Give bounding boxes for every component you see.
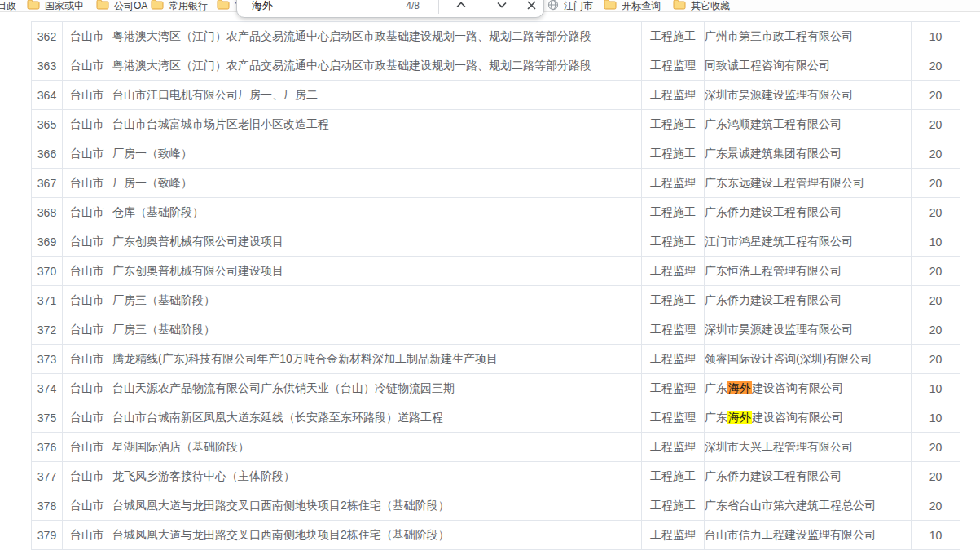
cell-project-name: 台山市台城南新区凤凰大道东延线（长安路至东环路段）道路工程 [112, 403, 642, 433]
bookmark-folder-guojia[interactable]: 国家或中 [27, 0, 84, 12]
table-row: 377 台山市 龙飞凤乡游客接待中心（主体阶段） 工程施工 广东侨力建设工程有限… [32, 462, 960, 491]
cell-company-name: 广东海外建设咨询有限公司 [705, 374, 912, 403]
find-match-counter: 4/8 [406, 0, 420, 11]
cell-score: 20 [912, 462, 960, 491]
bookmark-label: 开标查询 [622, 0, 661, 12]
cell-city: 台山市 [63, 403, 112, 433]
folder-icon [673, 0, 686, 12]
table-row: 370 台山市 广东创奥普机械有限公司建设项目 工程监理 广东恒浩工程管理有限公… [32, 257, 960, 286]
cell-score: 10 [912, 403, 960, 433]
cell-city: 台山市 [63, 462, 112, 491]
cell-project-type: 工程监理 [642, 81, 705, 110]
cell-city: 台山市 [63, 139, 112, 169]
bookmark-label: 江门市_ [564, 0, 599, 12]
table-row: 362 台山市 粤港澳大湾区（江门）农产品交易流通中心启动区市政基础建设规划一路… [32, 22, 960, 51]
cell-row-number: 368 [32, 198, 63, 227]
cell-project-name: 台城凤凰大道与龙田路交叉口西南侧地块项目2栋住宅（基础阶段） [112, 491, 642, 521]
cell-company-name: 领睿国际设计咨询(深圳)有限公司 [705, 345, 912, 374]
find-highlight: 海外 [727, 411, 752, 424]
cell-row-number: 375 [32, 403, 63, 433]
find-highlight: 海外 [727, 381, 752, 394]
cell-row-number: 377 [32, 462, 63, 491]
cell-score: 10 [912, 227, 960, 257]
cell-project-type: 工程施工 [642, 110, 705, 139]
bookmark-folder-other[interactable]: 其它收藏 [673, 0, 730, 12]
cell-project-name: 粤港澳大湾区（江门）农产品交易流通中心启动区市政基础建设规划一路、规划二路等部分… [112, 22, 642, 51]
cell-city: 台山市 [63, 169, 112, 198]
bookmark-folder-kaibiao[interactable]: 开标查询 [604, 0, 661, 12]
cell-score: 20 [912, 139, 960, 169]
cell-row-number: 370 [32, 257, 63, 286]
find-next-button[interactable] [491, 0, 512, 15]
table-row: 378 台山市 台城凤凰大道与龙田路交叉口西南侧地块项目2栋住宅（基础阶段） 工… [32, 491, 960, 521]
cell-city: 台山市 [63, 286, 112, 315]
cell-project-name: 台山市台城富城市场片区老旧小区改造工程 [112, 110, 642, 139]
cell-company-name: 广东侨力建设工程有限公司 [705, 198, 912, 227]
cell-score: 20 [912, 81, 960, 110]
find-previous-button[interactable] [450, 0, 472, 15]
bookmark-folder-oa[interactable]: 公司OA [96, 0, 147, 12]
cell-score: 20 [912, 110, 960, 139]
cell-project-name: 仓库（基础阶段） [112, 198, 642, 227]
table-row: 365 台山市 台山市台城富城市场片区老旧小区改造工程 工程施工 广东鸿顺建筑工… [32, 110, 960, 139]
cell-company-name: 深圳市昊源建设监理有限公司 [705, 81, 912, 110]
table-body: 362 台山市 粤港澳大湾区（江门）农产品交易流通中心启动区市政基础建设规划一路… [32, 22, 960, 550]
bookmark-item-jiangmen[interactable]: 江门市_ [547, 0, 599, 12]
table-row: 367 台山市 厂房一（致峰） 工程监理 广东东远建设工程管理有限公司 20 [32, 169, 960, 198]
find-close-button[interactable] [521, 0, 542, 15]
bookmark-label: 目政 [0, 0, 16, 12]
cell-project-type: 工程监理 [642, 521, 705, 550]
cell-project-name: 星湖国际酒店（基础阶段） [112, 433, 642, 462]
cell-row-number: 378 [32, 491, 63, 521]
bookmark-folder-banks[interactable]: 常用银行 [151, 0, 208, 12]
cell-row-number: 371 [32, 286, 63, 315]
cell-project-name: 腾龙精线(广东)科技有限公司年产10万吨合金新材料深加工制品新建生产项目 [112, 345, 642, 374]
cell-project-type: 工程监理 [642, 169, 705, 198]
bookmark-label: 国家或中 [45, 0, 84, 12]
cell-project-type: 工程施工 [642, 462, 705, 491]
cell-project-type: 工程监理 [642, 51, 705, 81]
cell-row-number: 376 [32, 433, 63, 462]
cell-company-name: 广东恒浩工程管理有限公司 [705, 257, 912, 286]
close-icon [527, 1, 536, 10]
bookmark-item-partial[interactable]: 目政 [0, 0, 16, 12]
cell-row-number: 367 [32, 169, 63, 198]
folder-icon [604, 0, 617, 12]
cell-score: 20 [912, 286, 960, 315]
cell-company-name: 广东鸿顺建筑工程有限公司 [705, 110, 912, 139]
folder-icon [217, 0, 230, 12]
cell-city: 台山市 [63, 521, 112, 550]
cell-company-name: 广东侨力建设工程有限公司 [705, 286, 912, 315]
cell-project-type: 工程施工 [642, 286, 705, 315]
cell-company-name: 广东东远建设工程管理有限公司 [705, 169, 912, 198]
find-input[interactable] [252, 0, 374, 11]
cell-city: 台山市 [63, 22, 112, 51]
cell-score: 10 [912, 374, 960, 403]
cell-score: 20 [912, 433, 960, 462]
cell-score: 20 [912, 345, 960, 374]
cell-city: 台山市 [63, 227, 112, 257]
cell-project-name: 台山天源农产品物流有限公司广东供销天业（台山）冷链物流园三期 [112, 374, 642, 403]
globe-icon [547, 0, 559, 12]
cell-row-number: 364 [32, 81, 63, 110]
cell-project-type: 工程监理 [642, 345, 705, 374]
cell-city: 台山市 [63, 257, 112, 286]
table-row: 369 台山市 广东创奥普机械有限公司建设项目 工程施工 江门市鸿星建筑工程有限… [32, 227, 960, 257]
cell-company-name: 广东景诚建筑集团有限公司 [705, 139, 912, 169]
folder-icon [96, 0, 109, 12]
cell-city: 台山市 [63, 433, 112, 462]
cell-project-type: 工程监理 [642, 315, 705, 345]
cell-company-name: 广州市第三市政工程有限公司 [705, 22, 912, 51]
cell-project-type: 工程施工 [642, 22, 705, 51]
cell-project-name: 广东创奥普机械有限公司建设项目 [112, 257, 642, 286]
cell-project-name: 厂房一（致峰） [112, 139, 642, 169]
cell-score: 20 [912, 198, 960, 227]
cell-city: 台山市 [63, 315, 112, 345]
chevron-down-icon [497, 2, 507, 8]
cell-project-name: 厂房一（致峰） [112, 169, 642, 198]
cell-company-name: 广东省台山市第六建筑工程总公司 [705, 491, 912, 521]
cell-project-name: 龙飞凤乡游客接待中心（主体阶段） [112, 462, 642, 491]
cell-score: 20 [912, 491, 960, 521]
cell-company-name: 广东海外建设咨询有限公司 [705, 403, 912, 433]
table-row: 373 台山市 腾龙精线(广东)科技有限公司年产10万吨合金新材料深加工制品新建… [32, 345, 960, 374]
